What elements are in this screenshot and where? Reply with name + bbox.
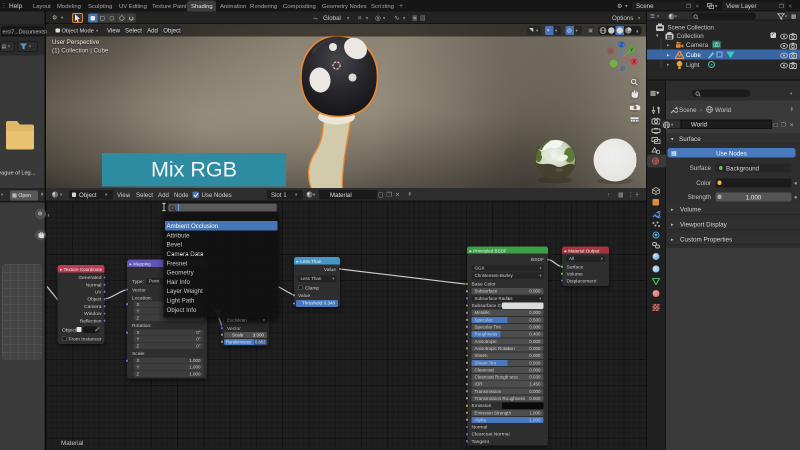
svg-text:Z: Z [620,42,623,48]
svg-text:▾: ▾ [636,28,639,34]
